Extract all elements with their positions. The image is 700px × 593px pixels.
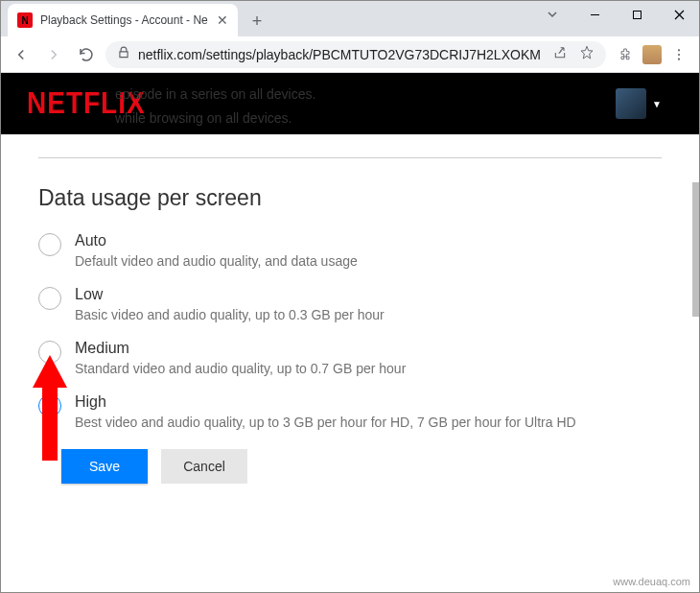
- svg-point-3: [678, 53, 680, 55]
- caret-down-icon: ▼: [652, 99, 662, 109]
- option-medium[interactable]: Medium Standard video and audio quality,…: [38, 340, 662, 376]
- extensions-icon[interactable]: [616, 45, 635, 64]
- new-tab-button[interactable]: +: [244, 8, 270, 35]
- option-low-desc: Basic video and audio quality, up to 0.3…: [75, 307, 662, 322]
- window-controls: [531, 0, 700, 29]
- svg-rect-1: [633, 11, 641, 18]
- radio-medium[interactable]: [38, 341, 61, 364]
- option-high-desc: Best video and audio quality, up to 3 GB…: [75, 415, 662, 430]
- page-content: Data usage per screen Auto Default video…: [0, 134, 700, 484]
- scrollbar[interactable]: [692, 182, 700, 317]
- radio-low[interactable]: [38, 287, 61, 310]
- tab-close-icon[interactable]: ✕: [217, 12, 228, 28]
- lock-icon: [117, 46, 130, 62]
- save-button[interactable]: Save: [61, 449, 148, 484]
- netflix-header: NETFLIX episode in a series on all devic…: [0, 73, 700, 134]
- option-auto-title: Auto: [75, 232, 662, 249]
- reload-button[interactable]: [73, 41, 100, 68]
- divider: [38, 157, 662, 158]
- radio-high[interactable]: [38, 394, 61, 417]
- browser-titlebar: N Playback Settings - Account - Ne ✕ +: [0, 0, 700, 36]
- radio-auto[interactable]: [38, 233, 61, 256]
- forward-button[interactable]: [40, 41, 67, 68]
- close-window-button[interactable]: [658, 0, 700, 29]
- chevron-down-icon[interactable]: [531, 0, 573, 29]
- cancel-button[interactable]: Cancel: [161, 449, 247, 484]
- back-button[interactable]: [8, 41, 35, 68]
- profile-menu[interactable]: ▼: [616, 88, 662, 119]
- option-high-title: High: [75, 393, 662, 411]
- url-text: netflix.com/settings/playback/PBCMTUTO2V…: [138, 47, 545, 62]
- option-low[interactable]: Low Basic video and audio quality, up to…: [38, 286, 662, 322]
- minimize-button[interactable]: [573, 0, 616, 29]
- option-medium-desc: Standard video and audio quality, up to …: [75, 361, 662, 376]
- option-low-title: Low: [75, 286, 662, 303]
- profile-avatar-icon[interactable]: [642, 45, 662, 64]
- maximize-button[interactable]: [616, 0, 658, 29]
- share-icon[interactable]: [552, 45, 568, 63]
- button-row: Save Cancel: [61, 449, 662, 484]
- svg-point-4: [678, 58, 680, 59]
- browser-toolbar: netflix.com/settings/playback/PBCMTUTO2V…: [0, 36, 700, 73]
- profile-avatar: [616, 88, 646, 119]
- page-heading: Data usage per screen: [38, 185, 662, 211]
- option-auto[interactable]: Auto Default video and audio quality, an…: [38, 232, 662, 269]
- menu-icon[interactable]: [669, 45, 688, 64]
- option-auto-desc: Default video and audio quality, and dat…: [75, 253, 662, 269]
- option-high[interactable]: High Best video and audio quality, up to…: [38, 393, 662, 430]
- header-faded-text: episode in a series on all devices. whil…: [115, 83, 315, 130]
- netflix-favicon: N: [17, 12, 33, 28]
- tab-title: Playback Settings - Account - Ne: [40, 13, 209, 27]
- browser-tab[interactable]: N Playback Settings - Account - Ne ✕: [8, 4, 238, 36]
- svg-point-2: [678, 49, 680, 51]
- bookmark-icon[interactable]: [579, 45, 595, 63]
- address-bar[interactable]: netflix.com/settings/playback/PBCMTUTO2V…: [105, 41, 606, 68]
- watermark: www.deuaq.com: [613, 576, 690, 587]
- option-medium-title: Medium: [75, 340, 662, 357]
